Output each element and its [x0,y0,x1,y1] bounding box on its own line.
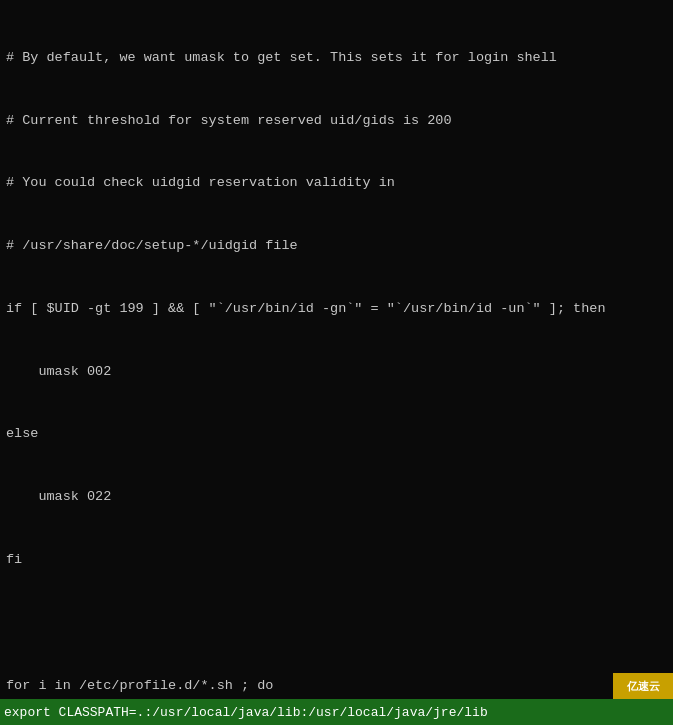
bottom-bar-text: export CLASSPATH=.:/usr/local/java/lib:/… [4,705,488,720]
line-1: # By default, we want umask to get set. … [6,48,667,69]
watermark: 亿速云 [613,673,673,699]
line-4: # /usr/share/doc/setup-*/uidgid file [6,236,667,257]
line-9: fi [6,550,667,571]
code-content: # By default, we want umask to get set. … [0,4,673,725]
bottom-status-bar: export CLASSPATH=.:/usr/local/java/lib:/… [0,699,673,725]
terminal-window: # By default, we want umask to get set. … [0,0,673,725]
line-11: for i in /etc/profile.d/*.sh ; do [6,676,667,697]
line-2: # Current threshold for system reserved … [6,111,667,132]
line-3: # You could check uidgid reservation val… [6,173,667,194]
watermark-label: 亿速云 [627,679,660,694]
line-8: umask 022 [6,487,667,508]
line-10 [6,613,667,634]
line-7: else [6,424,667,445]
line-5: if [ $UID -gt 199 ] && [ "`/usr/bin/id -… [6,299,667,320]
line-6: umask 002 [6,362,667,383]
